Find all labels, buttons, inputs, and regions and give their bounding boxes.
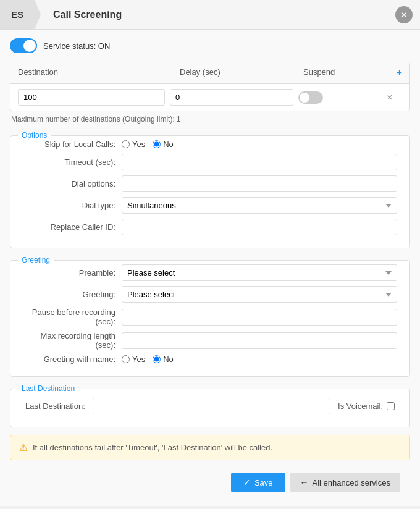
timeout-label: Timeout (sec): (23, 158, 122, 167)
add-destination-button[interactable]: + (377, 67, 402, 78)
suspend-col-header: Suspend (303, 67, 377, 78)
destination-input[interactable] (18, 89, 165, 106)
pause-before-recording-input[interactable] (122, 309, 397, 326)
dial-type-label: Dial type: (23, 201, 122, 210)
greeting-name-yes-radio[interactable] (122, 355, 130, 363)
preamble-label: Preamble: (23, 268, 122, 277)
destinations-table: Destination Delay (sec) Suspend + × (10, 62, 410, 111)
max-destinations-note: Maximum number of destinations (Outgoing… (10, 115, 410, 124)
pause-before-recording-row: Pause before recording (sec): (18, 308, 402, 326)
greeting-with-name-radio-group: Yes No (122, 355, 174, 364)
header: ES Call Screening × (0, 0, 420, 30)
all-services-label: All enhanced services (313, 478, 390, 487)
dial-options-label: Dial options: (23, 179, 122, 188)
is-voicemail-checkbox[interactable] (387, 402, 395, 410)
greeting-name-no-radio[interactable] (153, 355, 161, 363)
all-enhanced-services-button[interactable]: ← All enhanced services (290, 473, 400, 492)
back-arrow-icon: ← (300, 477, 309, 487)
skip-local-no-option[interactable]: No (153, 140, 174, 149)
max-recording-row: Max recording length (sec): (18, 331, 402, 350)
save-check-icon: ✓ (243, 477, 251, 487)
delete-destination-button[interactable]: × (377, 92, 402, 103)
replace-caller-id-input[interactable] (122, 219, 397, 235)
is-voicemail-label[interactable]: Is Voicemail: (338, 402, 395, 411)
replace-caller-id-label: Replace Caller ID: (23, 222, 122, 232)
dial-options-input[interactable] (122, 175, 397, 192)
delay-input[interactable] (170, 89, 293, 106)
close-button[interactable]: × (395, 6, 413, 23)
main-content: Service status: ON Destination Delay (se… (0, 30, 420, 506)
service-status-label: Service status: ON (43, 41, 110, 51)
skip-local-calls-label: Skip for Local Calls: (23, 140, 122, 149)
save-label: Save (254, 478, 273, 487)
last-destination-row: Last Destination: Is Voicemail: (18, 393, 402, 419)
options-section: Options Skip for Local Calls: Yes No Tim… (10, 131, 410, 248)
greeting-row: Greeting: Please select (18, 286, 402, 303)
max-recording-label: Max recording length (sec): (23, 331, 122, 350)
toggle-slider[interactable] (10, 38, 37, 53)
greeting-label: Greeting: (23, 290, 122, 299)
service-status-row: Service status: ON (10, 38, 410, 53)
warning-banner: ⚠ If all destinations fail after 'Timeou… (10, 435, 410, 460)
greeting-with-name-row: Greeting with name: Yes No (18, 355, 402, 364)
last-destination-label: Last Destination: (25, 402, 85, 411)
greeting-name-yes-option[interactable]: Yes (122, 355, 145, 364)
is-voicemail-text: Is Voicemail: (338, 402, 383, 411)
dial-options-row: Dial options: (18, 175, 402, 192)
suspend-slider (298, 91, 323, 104)
destination-row: × (10, 84, 410, 111)
greeting-name-yes-label: Yes (132, 355, 145, 364)
preamble-row: Preamble: Please select (18, 264, 402, 281)
destination-col-header: Destination (18, 67, 180, 78)
greeting-select[interactable]: Please select (122, 286, 397, 303)
footer: ✓ Save ← All enhanced services (10, 468, 410, 497)
skip-local-yes-option[interactable]: Yes (122, 140, 145, 149)
save-button[interactable]: ✓ Save (231, 473, 285, 492)
suspend-toggle[interactable] (298, 91, 323, 104)
last-destination-input[interactable] (93, 398, 330, 414)
timeout-input[interactable] (122, 154, 397, 170)
skip-local-no-label: No (163, 140, 174, 149)
skip-local-calls-radio-group: Yes No (122, 140, 174, 149)
service-status-toggle[interactable] (10, 38, 37, 53)
greeting-name-no-label: No (163, 355, 174, 364)
warning-text: If all destinations fail after 'Timeout'… (33, 443, 272, 452)
replace-caller-id-row: Replace Caller ID: (18, 219, 402, 235)
page-title: Call Screening (41, 9, 395, 20)
preamble-select[interactable]: Please select (122, 264, 397, 281)
max-recording-input[interactable] (122, 332, 397, 349)
options-legend: Options (18, 131, 51, 140)
greeting-section: Greeting Preamble: Please select Greetin… (10, 256, 410, 377)
es-badge: ES (0, 0, 41, 29)
dial-type-select[interactable]: Simultaneous Sequential Random (122, 197, 397, 214)
delay-col-header: Delay (sec) (180, 67, 303, 78)
pause-before-recording-label: Pause before recording (sec): (23, 308, 122, 326)
dial-type-row: Dial type: Simultaneous Sequential Rando… (18, 197, 402, 214)
skip-local-yes-radio[interactable] (122, 140, 130, 148)
greeting-with-name-label: Greeting with name: (23, 355, 122, 364)
greeting-name-no-option[interactable]: No (153, 355, 174, 364)
last-destination-legend: Last Destination (18, 384, 78, 393)
skip-local-no-radio[interactable] (153, 140, 161, 148)
greeting-legend: Greeting (18, 256, 54, 264)
last-destination-section: Last Destination Last Destination: Is Vo… (10, 384, 410, 427)
warning-icon: ⚠ (19, 442, 28, 453)
timeout-row: Timeout (sec): (18, 154, 402, 170)
skip-local-yes-label: Yes (132, 140, 145, 149)
skip-local-calls-row: Skip for Local Calls: Yes No (18, 140, 402, 149)
destinations-header: Destination Delay (sec) Suspend + (10, 62, 410, 84)
